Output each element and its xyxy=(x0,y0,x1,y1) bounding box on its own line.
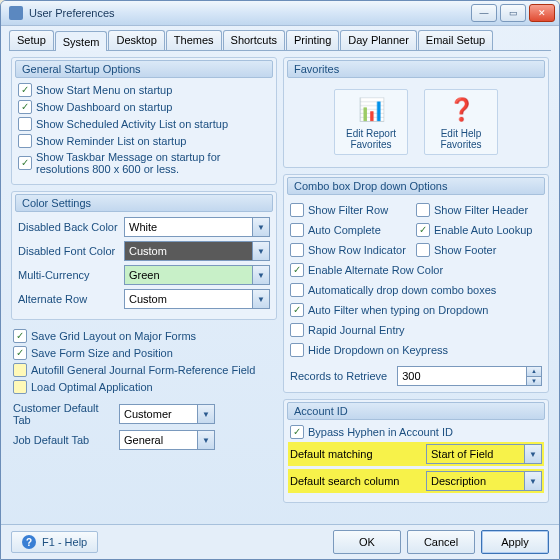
sel-value: Customer xyxy=(124,408,172,420)
chk-taskbar-msg[interactable] xyxy=(18,156,32,170)
maximize-button[interactable]: ▭ xyxy=(500,4,526,22)
lbl-autofill-gj: Autofill General Journal Form-Reference … xyxy=(31,364,275,376)
fav-edit-help[interactable]: ❓ Edit Help Favorites xyxy=(424,89,498,155)
lbl-disabled-back: Disabled Back Color xyxy=(18,221,118,233)
chk-dashboard[interactable] xyxy=(18,100,32,114)
lbl-default-search-col: Default search column xyxy=(290,475,420,487)
chk-scheduled-activity[interactable] xyxy=(18,117,32,131)
minimize-button[interactable]: — xyxy=(471,4,497,22)
tab-printing[interactable]: Printing xyxy=(286,30,339,50)
chevron-down-icon: ▼ xyxy=(197,431,214,449)
lbl-job-default-tab: Job Default Tab xyxy=(13,434,113,446)
lbl-auto-filter-typing: Auto Filter when typing on Dropdown xyxy=(308,304,542,316)
spinner[interactable]: ▲▼ xyxy=(526,367,541,385)
lbl-reminder-list: Show Reminder List on startup xyxy=(36,135,270,147)
chk-auto-lookup[interactable] xyxy=(416,223,430,237)
group-color-settings: Color Settings Disabled Back Color White… xyxy=(11,191,277,320)
tab-desktop[interactable]: Desktop xyxy=(108,30,164,50)
chk-hide-dropdown[interactable] xyxy=(290,343,304,357)
tab-setup[interactable]: Setup xyxy=(9,30,54,50)
lbl-taskbar-msg: Show Taskbar Message on startup for reso… xyxy=(36,151,270,175)
tab-shortcuts[interactable]: Shortcuts xyxy=(223,30,285,50)
chk-row-indicator[interactable] xyxy=(290,243,304,257)
lbl-bypass-hyphen: Bypass Hyphen in Account ID xyxy=(308,426,542,438)
sel-value: White xyxy=(129,221,157,233)
group-header: Favorites xyxy=(287,60,545,78)
lbl-auto-complete: Auto Complete xyxy=(308,224,416,236)
fav-label: Edit Help Favorites xyxy=(429,128,493,150)
tab-system[interactable]: System xyxy=(55,31,108,51)
group-header: Color Settings xyxy=(15,194,273,212)
lbl-save-grid: Save Grid Layout on Major Forms xyxy=(31,330,275,342)
chevron-down-icon: ▼ xyxy=(252,242,269,260)
chk-autofill-gj[interactable] xyxy=(13,363,27,377)
app-icon xyxy=(9,6,23,20)
fav-label: Edit Report Favorites xyxy=(339,128,403,150)
sel-default-matching[interactable]: Start of Field▼ xyxy=(426,444,542,464)
lbl-default-matching: Default matching xyxy=(290,448,420,460)
sel-default-search-col[interactable]: Description▼ xyxy=(426,471,542,491)
lbl-alternate-row: Alternate Row xyxy=(18,293,118,305)
sel-value: Description xyxy=(431,475,486,487)
cancel-button[interactable]: Cancel xyxy=(407,530,475,554)
sel-job-default-tab[interactable]: General▼ xyxy=(119,430,215,450)
help-button[interactable]: ? F1 - Help xyxy=(11,531,98,553)
lbl-auto-lookup: Enable Auto Lookup xyxy=(434,224,542,236)
lbl-dashboard: Show Dashboard on startup xyxy=(36,101,270,113)
group-header: General Startup Options xyxy=(15,60,273,78)
chk-filter-header[interactable] xyxy=(416,203,430,217)
tab-email-setup[interactable]: Email Setup xyxy=(418,30,493,50)
chk-auto-complete[interactable] xyxy=(290,223,304,237)
lbl-scheduled-activity: Show Scheduled Activity List on startup xyxy=(36,118,270,130)
lbl-disabled-font: Disabled Font Color xyxy=(18,245,118,257)
chk-save-grid[interactable] xyxy=(13,329,27,343)
chevron-down-icon: ▼ xyxy=(252,266,269,284)
lbl-start-menu: Show Start Menu on startup xyxy=(36,84,270,96)
fav-edit-report[interactable]: 📊 Edit Report Favorites xyxy=(334,89,408,155)
chk-show-footer[interactable] xyxy=(416,243,430,257)
lbl-rapid-journal: Rapid Journal Entry xyxy=(308,324,542,336)
close-button[interactable]: ✕ xyxy=(529,4,555,22)
chk-auto-filter-typing[interactable] xyxy=(290,303,304,317)
tab-day-planner[interactable]: Day Planner xyxy=(340,30,417,50)
chk-rapid-journal[interactable] xyxy=(290,323,304,337)
chk-start-menu[interactable] xyxy=(18,83,32,97)
btn-label: OK xyxy=(359,536,375,548)
chk-filter-row[interactable] xyxy=(290,203,304,217)
lbl-auto-dropdown: Automatically drop down combo boxes xyxy=(308,284,542,296)
lbl-hide-dropdown: Hide Dropdown on Keypress xyxy=(308,344,542,356)
lbl-filter-header: Show Filter Header xyxy=(434,204,542,216)
apply-button[interactable]: Apply xyxy=(481,530,549,554)
chk-alt-row-color[interactable] xyxy=(290,263,304,277)
sel-disabled-back[interactable]: White▼ xyxy=(124,217,270,237)
lbl-show-footer: Show Footer xyxy=(434,244,542,256)
sel-value: Start of Field xyxy=(431,448,493,460)
chk-save-form[interactable] xyxy=(13,346,27,360)
input-value: 300 xyxy=(402,370,420,382)
input-records[interactable]: 300 ▲▼ xyxy=(397,366,542,386)
report-icon: 📊 xyxy=(355,94,387,126)
chk-bypass-hyphen[interactable] xyxy=(290,425,304,439)
lbl-filter-row: Show Filter Row xyxy=(308,204,416,216)
group-account-id: Account ID Bypass Hyphen in Account ID D… xyxy=(283,399,549,503)
chevron-down-icon: ▼ xyxy=(524,472,541,490)
chk-load-optimal[interactable] xyxy=(13,380,27,394)
tab-themes[interactable]: Themes xyxy=(166,30,222,50)
chevron-down-icon: ▼ xyxy=(252,218,269,236)
sel-alternate-row[interactable]: Custom▼ xyxy=(124,289,270,309)
chk-auto-dropdown[interactable] xyxy=(290,283,304,297)
chevron-down-icon: ▼ xyxy=(252,290,269,308)
sel-value: General xyxy=(124,434,163,446)
tabs: Setup System Desktop Themes Shortcuts Pr… xyxy=(9,30,551,51)
sel-multi-currency[interactable]: Green▼ xyxy=(124,265,270,285)
group-header: Combo box Drop down Options xyxy=(287,177,545,195)
group-favorites: Favorites 📊 Edit Report Favorites ❓ Edit… xyxy=(283,57,549,168)
ok-button[interactable]: OK xyxy=(333,530,401,554)
sel-customer-default-tab[interactable]: Customer▼ xyxy=(119,404,215,424)
sel-disabled-font[interactable]: Custom▼ xyxy=(124,241,270,261)
group-general-startup: General Startup Options Show Start Menu … xyxy=(11,57,277,185)
sel-value: Custom xyxy=(129,245,167,257)
btn-label: Apply xyxy=(501,536,529,548)
lbl-load-optimal: Load Optimal Application xyxy=(31,381,275,393)
chk-reminder-list[interactable] xyxy=(18,134,32,148)
